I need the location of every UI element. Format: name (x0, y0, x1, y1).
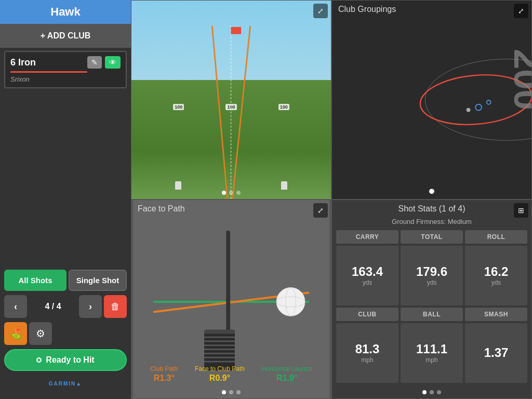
svg-text:200: 200 (507, 49, 531, 110)
garmin-logo: GARMIN▲ (4, 375, 127, 395)
club-name: 6 Iron (10, 57, 36, 68)
svg-rect-23 (204, 357, 235, 358)
smash-value: 1.37 (465, 323, 527, 383)
total-value: 179.6 yds (401, 246, 463, 305)
svg-rect-18 (204, 337, 235, 338)
club-groupings-svg: 200 (332, 1, 531, 199)
total-header: TOTAL (401, 230, 463, 244)
club-header: CLUB (336, 308, 398, 321)
horiz-launch-label: Horizontal Launch R1.9° (262, 365, 312, 383)
carry-header: CARRY (336, 230, 398, 244)
face-to-path-labels: Club Path R1.3° Face to Club Path R0.9° … (131, 365, 331, 383)
shot-stats-title: Shot Stats (1 of 4) (332, 204, 531, 214)
stats-dot-1[interactable] (422, 390, 427, 394)
golf-view-panel: 100 100 100 ⤢ (131, 0, 331, 200)
ftp-dot-2[interactable] (229, 390, 233, 394)
add-club-button[interactable]: + ADD CLUB (0, 24, 131, 48)
face-to-path-expand-button[interactable]: ⤢ (313, 203, 328, 218)
ftp-dot-1[interactable] (222, 390, 226, 394)
calculator-button[interactable]: ⊞ (514, 203, 528, 218)
svg-line-1 (232, 26, 250, 199)
main-content: 100 100 100 ⤢ (131, 0, 532, 399)
shot-stats-panel: Shot Stats (1 of 4) ⊞ Ground Firmness: M… (331, 200, 532, 399)
shot-toggle: All Shots Single Shot (4, 270, 127, 291)
roll-value: 16.2 yds (465, 246, 527, 305)
svg-rect-24 (204, 361, 235, 363)
svg-rect-19 (204, 340, 235, 342)
face-to-path-title: Face to Path (138, 204, 185, 214)
app-title: Hawk (0, 0, 131, 24)
ready-indicator (36, 357, 42, 363)
carry-value: 163.4 yds (336, 246, 398, 305)
ball-header: BALL (401, 308, 463, 321)
ready-to-hit-button[interactable]: Ready to Hit (4, 349, 127, 371)
svg-rect-20 (204, 344, 235, 346)
club-brand: Srixon (10, 75, 121, 83)
stats-dot-2[interactable] (430, 390, 434, 394)
svg-point-9 (467, 108, 471, 112)
delete-shot-button[interactable]: 🗑 (104, 295, 127, 318)
stats-dot-3[interactable] (437, 390, 441, 394)
face-to-path-label: Face to Club Path R0.9° (195, 365, 245, 383)
bottom-controls: All Shots Single Shot ‹ 4 / 4 › 🗑 ⛳ ⚙ R (0, 265, 131, 399)
club-groupings-expand-button[interactable]: ⤢ (514, 4, 528, 18)
svg-rect-4 (334, 1, 530, 199)
club-edit-button[interactable]: ✎ (87, 56, 102, 69)
roll-header: ROLL (465, 230, 527, 244)
ftp-dot-3[interactable] (236, 390, 241, 394)
ftp-dots (222, 390, 241, 394)
stats-dots (422, 390, 441, 394)
sidebar: Hawk + ADD CLUB 6 Iron ✎ 👁 Srixon All Sh… (0, 0, 131, 399)
club-groupings-title: Club Groupings (338, 5, 396, 14)
golf-scene: 100 100 100 (131, 1, 331, 199)
golf-view-dots (222, 191, 241, 195)
single-shot-button[interactable]: Single Shot (69, 270, 127, 291)
face-to-path-panel: Face to Path ⤢ (131, 200, 331, 399)
club-select-button[interactable]: ⛳ (4, 322, 27, 345)
next-shot-button[interactable]: › (79, 295, 102, 318)
golf-view-expand-button[interactable]: ⤢ (313, 4, 328, 18)
ball-speed-value: 111.1 mph (401, 323, 463, 383)
dot-2[interactable] (229, 191, 233, 195)
dot-3[interactable] (236, 191, 241, 195)
ground-firmness: Ground Firmness: Medium (332, 218, 531, 225)
club-visibility-button[interactable]: 👁 (105, 56, 121, 69)
all-shots-button[interactable]: All Shots (4, 270, 66, 291)
prev-shot-button[interactable]: ‹ (4, 295, 27, 318)
dot-1[interactable] (222, 191, 226, 195)
svg-rect-3 (231, 27, 242, 34)
svg-line-0 (212, 26, 227, 199)
svg-rect-22 (204, 353, 235, 354)
club-item: 6 Iron ✎ 👁 Srixon (4, 51, 127, 88)
club-path-label: Club Path R1.3° (150, 365, 178, 383)
settings-button[interactable]: ⚙ (29, 322, 52, 345)
club-bar (10, 71, 87, 73)
smash-header: SMASH (465, 308, 527, 321)
svg-rect-21 (204, 349, 235, 350)
action-row: ⛳ ⚙ (4, 322, 127, 345)
shot-counter: 4 / 4 (29, 302, 77, 311)
svg-point-11 (429, 189, 434, 194)
club-speed-value: 81.3 mph (336, 323, 398, 383)
stats-grid: CARRY TOTAL ROLL 163.4 yds 179.6 yds 16.… (336, 230, 527, 383)
club-groupings-panel: Club Groupings ⤢ 200 (331, 0, 532, 200)
navigation-row: ‹ 4 / 4 › 🗑 (4, 295, 127, 318)
trajectory-svg (131, 1, 331, 199)
svg-rect-17 (204, 330, 235, 334)
